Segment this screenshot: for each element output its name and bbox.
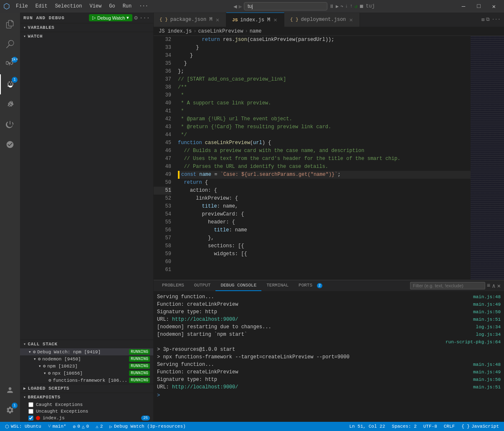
maximize-button[interactable]: □ bbox=[472, 1, 485, 11]
filter-input[interactable] bbox=[410, 282, 485, 289]
console-link[interactable]: main.js:48 bbox=[473, 361, 501, 368]
expand-icon: ▾ bbox=[43, 370, 46, 376]
panel-up-icon[interactable]: ∧ bbox=[492, 282, 495, 289]
bp-uncaught-exceptions[interactable]: Uncaught Exceptions bbox=[20, 408, 153, 415]
panel-close-icon[interactable]: ✕ bbox=[497, 282, 501, 289]
layout-icon[interactable]: ⧉ bbox=[486, 17, 490, 23]
status-encoding[interactable]: UTF-8 bbox=[422, 424, 439, 429]
step-over-icon[interactable]: ↷ bbox=[340, 3, 343, 10]
activity-settings[interactable]: 1 bbox=[0, 400, 20, 420]
tab-terminal[interactable]: TERMINAL bbox=[261, 280, 294, 291]
more-actions-icon[interactable]: ··· bbox=[491, 17, 501, 23]
activity-remote[interactable] bbox=[0, 134, 20, 155]
debug-settings-icon[interactable]: ⚙ bbox=[134, 14, 137, 21]
panel-list-icon[interactable]: ≡ bbox=[487, 282, 490, 289]
minimize-button[interactable]: — bbox=[457, 1, 470, 11]
pause-icon[interactable]: ⏸ bbox=[329, 3, 334, 10]
status-spaces[interactable]: Spaces: 2 bbox=[390, 424, 418, 429]
activity-debug[interactable]: 1 bbox=[0, 74, 20, 94]
status-language[interactable]: { } JavaScript bbox=[460, 424, 501, 429]
activity-explorer[interactable] bbox=[0, 14, 20, 34]
console-link[interactable]: main.js:51 bbox=[473, 383, 501, 391]
activity-account[interactable] bbox=[0, 380, 20, 400]
debug-more-icon[interactable]: ··· bbox=[139, 15, 150, 21]
loaded-scripts-header[interactable]: ▶ LOADED SCRIPTS bbox=[20, 384, 153, 393]
status-wsl[interactable]: ⬡ WSL: Ubuntu bbox=[3, 424, 43, 429]
console-input-line[interactable]: > bbox=[157, 391, 501, 400]
play-icon[interactable]: ▶ bbox=[336, 3, 339, 10]
breadcrumb-file[interactable]: JS index.js bbox=[159, 28, 192, 34]
stop-icon[interactable]: ⏹ bbox=[359, 3, 364, 10]
tab-package-json[interactable]: { } package.json M ✕ bbox=[154, 13, 226, 27]
call-stack-header[interactable]: ▾ CALL STACK bbox=[20, 340, 153, 348]
tab-deployment-json[interactable]: { } deployment.json ✕ bbox=[284, 13, 360, 27]
console-link[interactable]: main.js:50 bbox=[473, 376, 501, 383]
status-sync[interactable]: ⚠ 2 bbox=[94, 424, 104, 429]
nav-back-icon[interactable]: ◀ bbox=[233, 3, 237, 10]
stack-item-nodemon[interactable]: ▾ ⚙ nodemon [9450] RUNNING bbox=[20, 355, 153, 363]
menu-selection[interactable]: Selection bbox=[52, 3, 86, 10]
uncaught-exceptions-checkbox[interactable] bbox=[28, 409, 33, 414]
debug-config-dropdown[interactable]: tuj bbox=[366, 3, 375, 9]
menu-go[interactable]: Go bbox=[106, 3, 118, 10]
bp-index-js[interactable]: index.js 25 bbox=[20, 415, 153, 421]
close-button[interactable]: ✕ bbox=[487, 1, 501, 12]
menu-view[interactable]: View bbox=[86, 3, 105, 10]
step-out-icon[interactable]: ↑ bbox=[350, 3, 353, 9]
watch-header[interactable]: ▾ WATCH bbox=[20, 32, 153, 41]
console-link[interactable]: main.js:49 bbox=[473, 301, 501, 308]
menu-run[interactable]: Run bbox=[119, 3, 135, 10]
menu-more[interactable]: ··· bbox=[136, 3, 152, 10]
variables-section: ▾ VARIABLES bbox=[20, 23, 153, 32]
console-line: Function: createLinkPreview main.js:49 bbox=[157, 301, 501, 308]
console-link[interactable]: main.js:51 bbox=[473, 316, 501, 323]
stack-item-functions-framework[interactable]: ⚙ functions-framework [106... RUNNING bbox=[20, 377, 153, 384]
status-eol[interactable]: CRLF bbox=[442, 424, 456, 429]
activity-testing[interactable] bbox=[0, 114, 20, 134]
status-debug[interactable]: ▷ Debug Watch (3p-resources) bbox=[108, 424, 187, 429]
console-input[interactable] bbox=[162, 393, 501, 398]
variables-header[interactable]: ▾ VARIABLES bbox=[20, 23, 153, 32]
console-link[interactable]: log.js:34 bbox=[476, 323, 501, 331]
menu-edit[interactable]: Edit bbox=[32, 3, 51, 10]
console-link[interactable]: main.js:50 bbox=[473, 308, 501, 316]
stack-item-label: npx [10656] bbox=[52, 371, 83, 376]
status-branch[interactable]: ⑂ main* bbox=[46, 424, 68, 429]
console-link[interactable]: run-script-pkg.js:64 bbox=[446, 338, 501, 346]
console-text: Signature type: http bbox=[157, 376, 217, 383]
tab-close-button[interactable]: ✕ bbox=[349, 16, 354, 23]
status-cursor[interactable]: Ln 51, Col 22 bbox=[348, 424, 387, 429]
run-debug-button[interactable]: ▷ Debug Watch ▾ bbox=[89, 14, 132, 21]
tab-problems[interactable]: PROBLEMS bbox=[157, 280, 189, 291]
tab-debug-console[interactable]: DEBUG CONSOLE bbox=[215, 280, 261, 291]
console-link[interactable]: main.js:49 bbox=[473, 368, 501, 376]
tab-ports[interactable]: PORTS 2 bbox=[294, 280, 327, 291]
activity-source-control[interactable]: 1k+ bbox=[0, 54, 20, 74]
tab-close-button[interactable]: ✕ bbox=[273, 16, 278, 23]
tab-output[interactable]: OUTPUT bbox=[189, 280, 216, 291]
activity-search[interactable] bbox=[0, 34, 20, 54]
execution-marker bbox=[178, 171, 180, 179]
console-line: Function: createLinkPreview main.js:49 bbox=[157, 368, 501, 376]
stack-item-npx[interactable]: ▾ ⚙ npx [10656] RUNNING bbox=[20, 370, 153, 377]
menu-file[interactable]: File bbox=[13, 3, 31, 10]
caught-exceptions-checkbox[interactable] bbox=[28, 402, 33, 407]
tab-index-js[interactable]: JS index.js M ✕ bbox=[226, 13, 284, 27]
breadcrumb-var[interactable]: name bbox=[250, 28, 262, 34]
breadcrumb-function[interactable]: caseLinkPreview bbox=[198, 28, 243, 34]
status-errors[interactable]: ⊘ 0 △ 0 bbox=[71, 424, 91, 429]
index-js-checkbox[interactable] bbox=[28, 416, 33, 421]
bp-caught-exceptions[interactable]: Caught Exceptions bbox=[20, 401, 153, 408]
stack-item-npm[interactable]: ▾ ⚙ npm [10623] RUNNING bbox=[20, 363, 153, 370]
step-into-icon[interactable]: ↓ bbox=[345, 3, 348, 9]
console-link[interactable]: log.js:34 bbox=[476, 331, 501, 338]
breakpoints-header[interactable]: ▾ BREAKPOINTS bbox=[20, 393, 153, 401]
tab-close-button[interactable]: ✕ bbox=[215, 16, 220, 23]
command-search[interactable] bbox=[244, 2, 327, 10]
console-link[interactable]: main.js:48 bbox=[473, 293, 501, 301]
activity-extensions[interactable] bbox=[0, 94, 20, 114]
nav-forward-icon[interactable]: ▶ bbox=[238, 3, 242, 10]
restart-icon[interactable]: ↺ bbox=[355, 3, 357, 10]
stack-item-debug-watch[interactable]: ▾ ⚙ Debug Watch: npm [9419] RUNNING bbox=[20, 348, 153, 355]
split-editor-icon[interactable]: ⊞ bbox=[481, 17, 484, 23]
